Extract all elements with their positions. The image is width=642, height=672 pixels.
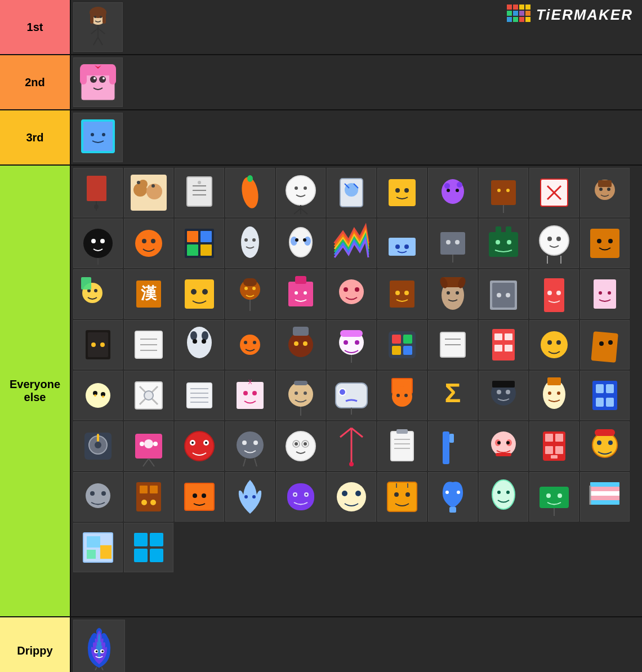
list-item [175,320,224,370]
svg-point-148 [456,291,459,295]
list-item [73,523,123,572]
svg-point-312 [202,493,206,498]
svg-point-33 [91,133,94,136]
svg-rect-347 [87,550,96,559]
svg-rect-1 [513,5,518,10]
svg-point-299 [597,440,601,445]
svg-line-276 [340,428,351,437]
svg-rect-188 [403,335,412,344]
list-item [124,168,173,217]
svg-rect-70 [491,180,516,205]
svg-point-157 [556,291,561,295]
svg-point-17 [100,16,102,18]
svg-point-28 [102,77,105,79]
svg-point-169 [187,327,212,358]
char-girl-brown [75,5,121,50]
svg-point-203 [599,341,604,346]
svg-point-319 [306,494,307,496]
svg-point-235 [404,394,408,397]
svg-point-49 [198,181,201,184]
svg-point-95 [252,238,256,242]
svg-point-16 [94,16,96,18]
svg-point-140 [344,287,348,292]
list-item [479,269,528,319]
list-item [175,421,224,471]
svg-point-72 [506,189,510,192]
svg-point-136 [295,291,298,295]
svg-point-223 [288,382,313,407]
svg-point-79 [599,188,603,191]
list-item [73,320,123,370]
svg-point-314 [252,495,256,499]
list-item [377,269,427,319]
svg-point-52 [286,176,315,205]
svg-point-199 [541,331,568,358]
svg-point-208 [94,394,96,397]
list-item [479,168,528,217]
svg-point-141 [355,287,359,292]
svg-point-265 [237,431,264,459]
svg-point-66 [444,183,450,189]
svg-line-269 [255,459,257,466]
svg-point-355 [101,650,104,652]
svg-rect-36 [87,176,106,201]
svg-rect-190 [403,346,412,355]
svg-line-21 [93,37,98,45]
list-item [529,421,579,471]
svg-rect-31 [109,68,116,84]
list-item [73,219,123,268]
tier-list: TiERMAKER 1st [0,0,642,672]
list-item [529,219,579,268]
svg-text:漢: 漢 [141,284,157,302]
svg-point-113 [540,226,569,255]
list-item [580,219,630,268]
svg-point-290 [497,441,501,444]
tier-row-drippy: Drippy [0,617,642,672]
svg-point-252 [95,442,101,448]
svg-point-322 [355,491,361,496]
svg-point-325 [405,492,410,497]
tier-label-1st: 1st [0,0,71,54]
svg-rect-301 [595,429,615,436]
list-item [124,219,173,268]
svg-point-25 [90,76,97,83]
svg-point-300 [608,440,613,445]
svg-rect-246 [596,384,604,393]
list-item [428,472,478,522]
svg-point-128 [191,289,197,295]
svg-rect-187 [392,335,401,344]
svg-point-119 [597,239,601,243]
list-item [175,472,224,522]
svg-rect-90 [200,231,212,242]
list-item [377,320,427,370]
svg-rect-198 [505,345,512,351]
list-item [276,421,326,471]
list-item [529,472,579,522]
svg-rect-135 [288,282,313,306]
svg-rect-310 [185,483,214,510]
svg-rect-307 [150,486,158,493]
list-item [73,421,123,471]
svg-point-139 [339,279,364,304]
svg-point-333 [506,491,510,494]
svg-point-154 [506,293,510,297]
svg-point-239 [497,390,501,394]
tier-row-3rd: 3rd [0,110,642,166]
list-item [73,269,123,319]
svg-rect-339 [590,487,619,491]
svg-point-328 [445,491,449,494]
svg-point-229 [339,389,346,395]
logo-text: TiERMAKER [536,6,633,24]
svg-rect-11 [525,17,530,22]
svg-rect-296 [555,446,563,454]
list-item [327,219,376,268]
svg-rect-285 [449,434,454,443]
svg-point-263 [191,442,194,444]
svg-rect-350 [134,549,148,562]
svg-point-115 [556,237,561,241]
svg-point-173 [202,339,206,344]
list-item: 漢 [124,269,173,319]
svg-rect-78 [598,180,612,187]
svg-point-85 [135,230,162,257]
svg-point-244 [557,391,560,395]
